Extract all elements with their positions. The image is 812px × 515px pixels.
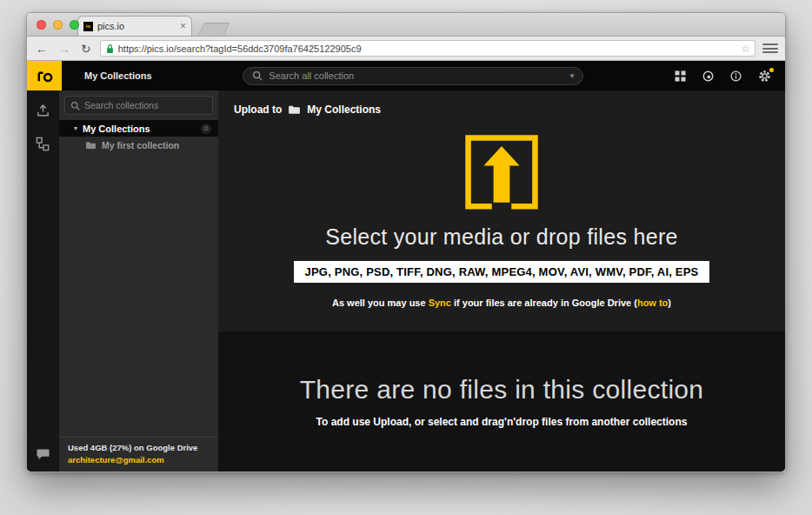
browser-tab[interactable]: io pics.io ×: [77, 16, 192, 36]
collections-panel: ▾ My Collections 0 My first collection U…: [59, 90, 218, 472]
sync-note: As well you may use Sync if your files a…: [332, 298, 671, 308]
header-icon-group: [675, 70, 785, 83]
settings-notification-dot: [769, 68, 774, 72]
storage-info: Used 4GB (27%) on Google Drive architect…: [59, 437, 218, 472]
picsio-app: My Collections ▾: [27, 61, 785, 472]
how-to-link[interactable]: how to: [637, 298, 668, 308]
bookmark-star-icon[interactable]: ☆: [741, 43, 750, 54]
upload-rail-icon[interactable]: [36, 103, 50, 117]
panel-spacer: [59, 153, 218, 437]
sync-note-prefix: As well you may use: [332, 298, 429, 308]
left-icon-rail: [27, 90, 59, 472]
window-controls: [37, 20, 79, 30]
main-content: Upload to My Collections: [218, 90, 785, 472]
tree-item-my-first-collection[interactable]: My first collection: [59, 137, 218, 153]
new-tab-button[interactable]: [198, 23, 230, 36]
dropzone-title: Select your media or drop files here: [325, 224, 677, 250]
close-window-button[interactable]: [37, 20, 46, 30]
browser-menu-icon[interactable]: [762, 42, 778, 55]
app-header: My Collections ▾: [27, 61, 785, 90]
camera-logo-icon: [35, 67, 55, 85]
tab-close-icon[interactable]: ×: [180, 21, 186, 31]
chat-support-icon[interactable]: [36, 448, 50, 461]
sync-note-suffix: ): [668, 298, 671, 308]
folder-icon: [288, 104, 301, 115]
upload-dropzone[interactable]: Upload to My Collections: [218, 90, 785, 331]
picsio-favicon: io: [83, 22, 93, 31]
tab-title: pics.io: [97, 21, 176, 31]
settings-gear-icon[interactable]: [758, 70, 771, 83]
collection-count-badge: 0: [201, 124, 211, 134]
tree-item-my-collections[interactable]: ▾ My Collections 0: [59, 120, 218, 137]
info-icon[interactable]: [730, 70, 742, 82]
folder-icon: [85, 141, 97, 150]
dropzone-center: Select your media or drop files here JPG…: [218, 116, 785, 331]
app-body: ▾ My Collections 0 My first collection U…: [27, 90, 785, 472]
integrations-icon[interactable]: [702, 70, 714, 82]
tree-child-label: My first collection: [102, 140, 179, 150]
search-icon: [70, 101, 80, 110]
collections-search[interactable]: [64, 96, 213, 115]
empty-state: There are no files in this collection To…: [218, 331, 785, 472]
address-bar[interactable]: ☆: [100, 40, 755, 57]
zoom-window-button[interactable]: [70, 20, 79, 30]
collections-tree-icon[interactable]: [36, 137, 50, 151]
refresh-icon[interactable]: ↻: [79, 43, 93, 55]
upload-to-label: Upload to: [234, 104, 282, 116]
account-email: architecture@gmail.com: [68, 455, 210, 465]
global-search[interactable]: ▾: [243, 67, 583, 85]
grid-view-icon[interactable]: [675, 70, 686, 82]
supported-formats: JPG, PNG, PSD, TIFF, DNG, RAW, MPEG4, MO…: [294, 261, 710, 283]
search-icon: [252, 70, 263, 81]
tree-root-label: My Collections: [83, 124, 196, 134]
expand-caret-icon[interactable]: ▾: [74, 124, 77, 132]
current-collection-title: My Collections: [84, 70, 152, 81]
empty-state-title: There are no files in this collection: [300, 375, 704, 405]
upload-box-icon[interactable]: [463, 132, 541, 211]
upload-to-breadcrumb: Upload to My Collections: [218, 90, 785, 116]
minimize-window-button[interactable]: [53, 20, 63, 30]
https-lock-icon: [106, 43, 114, 54]
upload-to-target[interactable]: My Collections: [307, 104, 381, 116]
back-icon[interactable]: ←: [34, 43, 50, 55]
search-options-caret-icon[interactable]: ▾: [570, 71, 575, 80]
search-input[interactable]: [269, 70, 563, 81]
storage-usage-text: Used 4GB (27%) on Google Drive: [68, 443, 210, 452]
picsio-logo[interactable]: [27, 61, 62, 90]
sync-link[interactable]: Sync: [429, 298, 451, 308]
empty-state-subtitle: To add use Upload, or select and drag'n'…: [316, 416, 688, 428]
tab-strip: io pics.io ×: [27, 13, 785, 37]
browser-window: io pics.io × ← → ↻ ☆ My Colle: [26, 12, 786, 472]
collections-search-input[interactable]: [84, 100, 207, 110]
sync-note-middle: if your files are already in Google Driv…: [451, 298, 637, 308]
url-field[interactable]: [118, 43, 749, 54]
browser-toolbar: ← → ↻ ☆: [27, 37, 785, 61]
forward-icon[interactable]: →: [57, 43, 72, 55]
